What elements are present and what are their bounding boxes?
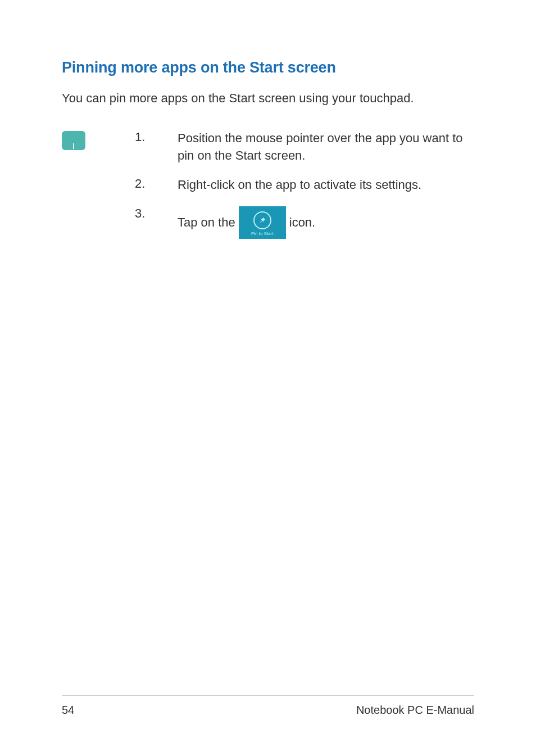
page-footer: 54 Notebook PC E-Manual (62, 695, 474, 717)
pin-circle-icon (253, 211, 271, 229)
step-2: 2. Right-click on the app to activate it… (135, 176, 474, 194)
pin-to-start-icon: Pin to Start (239, 206, 286, 239)
section-heading: Pinning more apps on the Start screen (62, 59, 474, 76)
manual-page: Pinning more apps on the Start screen Yo… (0, 0, 536, 756)
step-text-pre: Tap on the (178, 214, 235, 232)
step-1: 1. Position the mouse pointer over the a… (135, 130, 474, 165)
step-3: 3. Tap on the Pin to Start icon. (135, 206, 474, 239)
icon-column (62, 130, 85, 150)
document-title: Notebook PC E-Manual (356, 704, 474, 717)
pin-icon (258, 216, 267, 225)
step-number: 3. (135, 206, 178, 221)
content-row: 1. Position the mouse pointer over the a… (62, 130, 474, 251)
step-text: Right-click on the app to activate its s… (178, 176, 474, 194)
step-text: Position the mouse pointer over the app … (178, 130, 474, 165)
page-number: 54 (62, 704, 74, 717)
touchpad-icon (62, 131, 85, 150)
step-text-post: icon. (289, 214, 315, 232)
step-text-content: Right-click on the app to activate its s… (178, 176, 421, 194)
step-text-content: Position the mouse pointer over the app … (178, 130, 474, 165)
steps-column: 1. Position the mouse pointer over the a… (135, 130, 474, 251)
intro-paragraph: You can pin more apps on the Start scree… (62, 90, 474, 107)
pin-icon-label: Pin to Start (251, 230, 274, 237)
step-number: 1. (135, 130, 178, 144)
step-number: 2. (135, 176, 178, 191)
step-text: Tap on the Pin to Start icon. (178, 206, 474, 239)
